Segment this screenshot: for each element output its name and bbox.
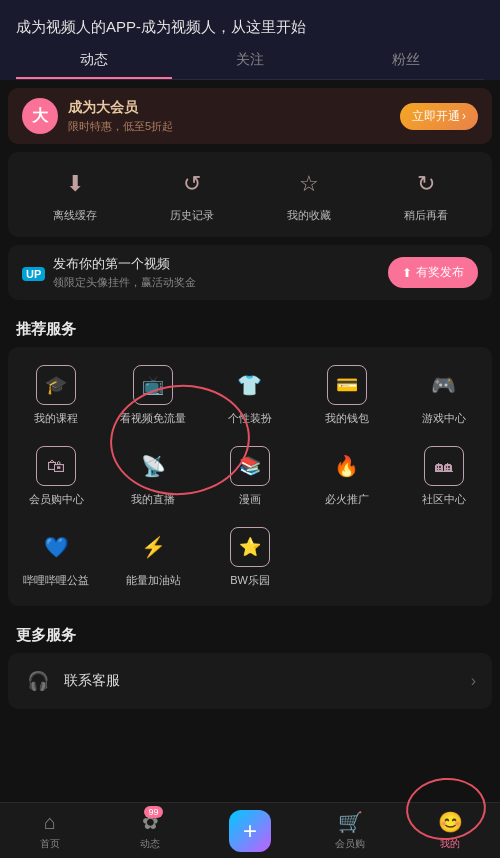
service-fashion[interactable]: 👕 个性装扮 (202, 355, 299, 436)
recommended-section-title: 推荐服务 (0, 308, 500, 347)
vip-main-text: 成为大会员 (68, 99, 173, 117)
my-course-label: 我的课程 (34, 411, 78, 426)
free-flow-label: 看视频免流量 (120, 411, 186, 426)
mine-icon: 😊 (438, 810, 463, 834)
home-label: 首页 (40, 837, 60, 851)
promote-icon: 🔥 (327, 446, 367, 486)
charity-icon: 💙 (36, 527, 76, 567)
service-game[interactable]: 🎮 游戏中心 (395, 355, 492, 436)
my-course-icon: 🎓 (36, 365, 76, 405)
vip-banner[interactable]: 大 成为大会员 限时特惠，低至5折起 立即开通 › (8, 88, 492, 144)
tab-follow[interactable]: 关注 (172, 43, 328, 79)
member-shop-label: 会员购中心 (29, 492, 84, 507)
publish-main-text: 发布你的第一个视频 (53, 255, 196, 273)
game-icon: 🎮 (424, 365, 464, 405)
promote-label: 必火推广 (325, 492, 369, 507)
services-grid: 🎓 我的课程 📺 看视频免流量 👕 个性装扮 💳 我的钱包 🎮 游戏中心 🛍 会… (8, 347, 492, 606)
service-wallet[interactable]: 💳 我的钱包 (298, 355, 395, 436)
manga-icon: 📚 (230, 446, 270, 486)
customer-support-label: 联系客服 (64, 672, 459, 690)
favorites-label: 我的收藏 (287, 208, 331, 223)
vip-sub-text: 限时特惠，低至5折起 (68, 119, 173, 134)
header: 成为视频人的APP-成为视频人，从这里开始 动态 关注 粉丝 (0, 0, 500, 80)
community-icon: 🏘 (424, 446, 464, 486)
vip-avatar-icon: 大 (22, 98, 58, 134)
service-free-flow[interactable]: 📺 看视频免流量 (105, 355, 202, 436)
service-customer-support[interactable]: 🎧 联系客服 › (8, 653, 492, 709)
fashion-label: 个性装扮 (228, 411, 272, 426)
dynamic-badge: 99 (144, 806, 162, 818)
page-title: 成为视频人的APP-成为视频人，从这里开始 (16, 8, 484, 43)
publish-btn-icon: ⬆ (402, 266, 412, 280)
service-community[interactable]: 🏘 社区中心 (395, 436, 492, 517)
live-icon: 📡 (133, 446, 173, 486)
service-my-course[interactable]: 🎓 我的课程 (8, 355, 105, 436)
history-label: 历史记录 (170, 208, 214, 223)
publish-plus-button[interactable]: + (229, 810, 271, 852)
watch-later-label: 稍后再看 (404, 208, 448, 223)
up-badge: UP (22, 267, 45, 281)
publish-btn-label: 有奖发布 (416, 264, 464, 281)
manga-label: 漫画 (239, 492, 261, 507)
customer-support-arrow: › (471, 672, 476, 690)
publish-text-block: 发布你的第一个视频 领限定头像挂件，赢活动奖金 (53, 255, 196, 290)
community-label: 社区中心 (422, 492, 466, 507)
live-label: 我的直播 (131, 492, 175, 507)
bw-icon: ⭐ (230, 527, 270, 567)
vip-info: 大 成为大会员 限时特惠，低至5折起 (22, 98, 173, 134)
tab-bar: 动态 关注 粉丝 (16, 43, 484, 80)
quick-item-offline[interactable]: ⬇ 离线缓存 (53, 166, 97, 223)
nav-mine[interactable]: 😊 我的 (400, 806, 500, 855)
quick-item-favorites[interactable]: ☆ 我的收藏 (287, 166, 331, 223)
favorites-icon: ☆ (291, 166, 327, 202)
more-services-list: 🎧 联系客服 › (8, 653, 492, 709)
bw-label: BW乐园 (230, 573, 270, 588)
free-flow-icon: 📺 (133, 365, 173, 405)
service-bw[interactable]: ⭐ BW乐园 (202, 517, 299, 598)
bottom-nav: ⌂ 首页 ✿ 99 动态 + 🛒 会员购 😊 我的 (0, 802, 500, 858)
watch-later-icon: ↻ (408, 166, 444, 202)
customer-support-icon: 🎧 (24, 667, 52, 695)
up-badge-container: UP (22, 264, 45, 282)
vip-activate-button[interactable]: 立即开通 › (400, 103, 478, 130)
service-promote[interactable]: 🔥 必火推广 (298, 436, 395, 517)
dynamic-icon-wrap: ✿ 99 (142, 810, 159, 834)
service-energy[interactable]: ⚡ 能量加油站 (105, 517, 202, 598)
wallet-icon: 💳 (327, 365, 367, 405)
more-services-title: 更多服务 (0, 614, 500, 653)
member-shop-nav-icon: 🛒 (338, 810, 363, 834)
service-live[interactable]: 📡 我的直播 (105, 436, 202, 517)
offline-label: 离线缓存 (53, 208, 97, 223)
publish-button[interactable]: ⬆ 有奖发布 (388, 257, 478, 288)
nav-member-shop[interactable]: 🛒 会员购 (300, 806, 400, 855)
quick-item-history[interactable]: ↺ 历史记录 (170, 166, 214, 223)
quick-actions-row: ⬇ 离线缓存 ↺ 历史记录 ☆ 我的收藏 ↻ 稍后再看 (8, 152, 492, 237)
vip-text-block: 成为大会员 限时特惠，低至5折起 (68, 99, 173, 134)
game-label: 游戏中心 (422, 411, 466, 426)
nav-home[interactable]: ⌂ 首页 (0, 807, 100, 855)
member-shop-icon: 🛍 (36, 446, 76, 486)
publish-banner: UP 发布你的第一个视频 领限定头像挂件，赢活动奖金 ⬆ 有奖发布 (8, 245, 492, 300)
nav-publish[interactable]: + (200, 810, 300, 852)
tab-fans[interactable]: 粉丝 (328, 43, 484, 79)
service-member-shop[interactable]: 🛍 会员购中心 (8, 436, 105, 517)
publish-sub-text: 领限定头像挂件，赢活动奖金 (53, 275, 196, 290)
fashion-icon: 👕 (230, 365, 270, 405)
energy-icon: ⚡ (133, 527, 173, 567)
energy-label: 能量加油站 (126, 573, 181, 588)
charity-label: 哔哩哔哩公益 (23, 573, 89, 588)
dynamic-label: 动态 (140, 837, 160, 851)
history-icon: ↺ (174, 166, 210, 202)
member-shop-nav-label: 会员购 (335, 837, 365, 851)
nav-dynamic[interactable]: ✿ 99 动态 (100, 806, 200, 855)
service-manga[interactable]: 📚 漫画 (202, 436, 299, 517)
mine-label: 我的 (440, 837, 460, 851)
service-charity[interactable]: 💙 哔哩哔哩公益 (8, 517, 105, 598)
wallet-label: 我的钱包 (325, 411, 369, 426)
tab-dynamic[interactable]: 动态 (16, 43, 172, 79)
main-content: 大 成为大会员 限时特惠，低至5折起 立即开通 › ⬇ 离线缓存 ↺ 历史记录 … (0, 80, 500, 834)
offline-icon: ⬇ (57, 166, 93, 202)
publish-left: UP 发布你的第一个视频 领限定头像挂件，赢活动奖金 (22, 255, 196, 290)
quick-item-watch-later[interactable]: ↻ 稍后再看 (404, 166, 448, 223)
home-icon: ⌂ (44, 811, 56, 834)
